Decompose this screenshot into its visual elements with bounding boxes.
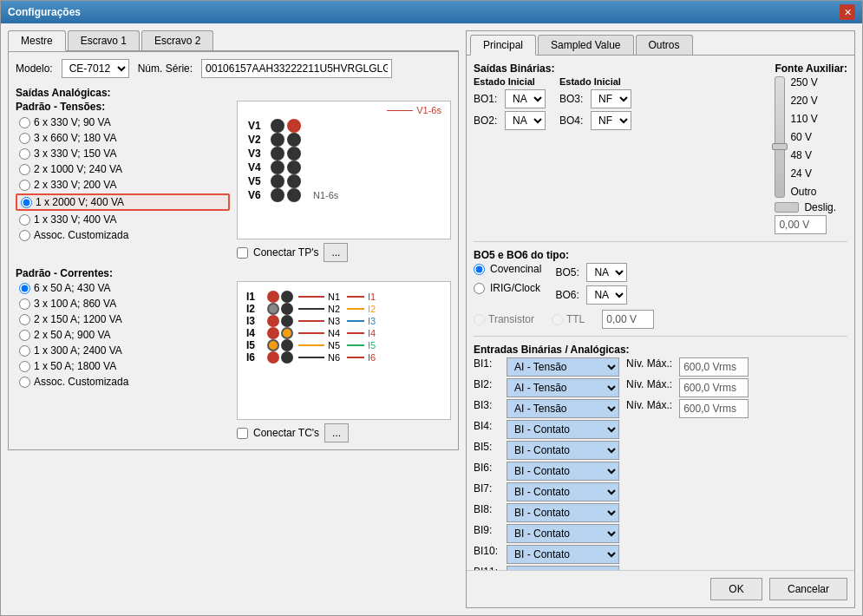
bi2-row: BI2: AI - Tensão BI - Contato Nív. Máx.: bbox=[474, 378, 847, 397]
modelo-select[interactable]: CE-7012 bbox=[62, 59, 129, 78]
corrente-radio-3[interactable] bbox=[19, 330, 30, 341]
left-section: Mestre Escravo 1 Escravo 2 Modelo: CE-70… bbox=[8, 30, 459, 608]
deslig-label: Deslig. bbox=[804, 201, 836, 213]
corrente-radio-0[interactable] bbox=[19, 283, 30, 294]
irig-radio[interactable] bbox=[474, 283, 485, 294]
i4-wire-i4 bbox=[347, 332, 364, 334]
tensao-radio-6[interactable] bbox=[19, 214, 30, 226]
tensao-radio-4[interactable] bbox=[19, 180, 30, 191]
connect-tc-btn[interactable]: ... bbox=[324, 423, 349, 442]
bo5-bo6-layout: Covencinal IRIG/Clock BO5: bbox=[474, 263, 847, 305]
corrente-radio-6[interactable] bbox=[19, 377, 30, 388]
correntes-section: Padrão - Correntes: 6 x 50 A; 430 VA bbox=[16, 267, 451, 442]
covencinal-option: Covencinal bbox=[474, 263, 541, 275]
v6-conn1 bbox=[271, 188, 284, 202]
bi3-select[interactable]: AI - Tensão BI - Contato bbox=[507, 399, 619, 418]
bo5-bo6-title: BO5 e BO6 do tipo: bbox=[474, 249, 847, 261]
tensao-label-7: Assoc. Customizada bbox=[34, 229, 128, 241]
corrente-label-2: 2 x 150 A; 1200 VA bbox=[34, 313, 122, 325]
bo1-select[interactable]: NA NF bbox=[505, 89, 546, 108]
entradas-title: Entradas Binárias / Analógicas: bbox=[474, 344, 847, 356]
v4-label: V4 bbox=[248, 161, 265, 174]
bo5-select[interactable]: NA NF bbox=[586, 263, 627, 282]
tab-escravo2[interactable]: Escravo 2 bbox=[141, 30, 213, 50]
corrente-radio-1[interactable] bbox=[19, 298, 30, 310]
tab-sampled-value[interactable]: Sampled Value bbox=[538, 35, 634, 55]
bi9-label: BI9: bbox=[474, 524, 500, 543]
bo3-select[interactable]: NA NF bbox=[591, 89, 631, 108]
i3-wire-i3 bbox=[347, 320, 364, 322]
i4-i-label: I4 bbox=[368, 328, 376, 338]
bi2-nivel-input[interactable] bbox=[679, 378, 749, 397]
bi1-nivel-input[interactable] bbox=[679, 357, 749, 377]
num-serie-input[interactable] bbox=[201, 59, 392, 78]
correntes-radio-group: 6 x 50 A; 430 VA 3 x 100 A; 860 VA 2 x 1… bbox=[16, 281, 230, 389]
i1-wire-n1 bbox=[298, 296, 324, 298]
bi1-select[interactable]: AI - Tensão BI - Contato bbox=[507, 357, 619, 377]
covencinal-radio[interactable] bbox=[474, 264, 485, 275]
transistor-item: Transistor bbox=[474, 313, 534, 325]
ttl-label: TTL bbox=[566, 313, 585, 325]
bi7-select[interactable]: BI - ContatoAI - Tensão bbox=[507, 482, 619, 501]
v3-label: V3 bbox=[248, 147, 265, 160]
model-row: Modelo: CE-7012 Núm. Série: bbox=[16, 59, 451, 78]
bi10-select[interactable]: BI - ContatoAI - Tensão bbox=[507, 545, 619, 564]
fonte-values-list: 250 V 220 V 110 V 60 V 48 V 24 V Outro bbox=[790, 76, 817, 198]
tensao-radio-3[interactable] bbox=[19, 164, 30, 175]
transistor-radio[interactable] bbox=[474, 314, 485, 325]
bo6-select[interactable]: NA NF bbox=[586, 285, 627, 305]
fonte-slider-thumb[interactable] bbox=[772, 143, 788, 150]
bo4-select[interactable]: NA NF bbox=[591, 111, 631, 130]
fonte-val-24: 24 V bbox=[790, 167, 817, 180]
connect-tc-checkbox[interactable] bbox=[237, 428, 248, 439]
v-rows-container: V1 V2 bbox=[243, 107, 445, 202]
corrente-label-3: 2 x 50 A; 900 VA bbox=[34, 329, 111, 341]
bi8-select[interactable]: BI - ContatoAI - Tensão bbox=[507, 503, 619, 522]
entradas-section: Entradas Binárias / Analógicas: BI1: AI … bbox=[474, 344, 847, 570]
tensao-radio-2[interactable] bbox=[19, 148, 30, 160]
tensao-radio-0[interactable] bbox=[19, 117, 30, 128]
saidas-analogicas-title: Saídas Analógicas: bbox=[16, 87, 451, 99]
bi5-row: BI5:BI - ContatoAI - Tensão bbox=[474, 441, 847, 460]
close-button[interactable]: ✕ bbox=[840, 4, 855, 20]
bo5bo6-voltage-input[interactable] bbox=[602, 310, 654, 329]
tab-mestre[interactable]: Mestre bbox=[8, 30, 66, 51]
i6-wire-i6 bbox=[347, 357, 364, 358]
tab-principal[interactable]: Principal bbox=[470, 35, 536, 56]
bi3-row: BI3: AI - Tensão BI - Contato Nív. Máx.: bbox=[474, 399, 847, 418]
saidas-binarias-section: Saídas Binárias: Estado Inicial BO1: NA … bbox=[474, 62, 766, 234]
bo2-select[interactable]: NA NF bbox=[505, 111, 546, 130]
fonte-voltage-input[interactable] bbox=[775, 215, 827, 234]
deslig-toggle[interactable] bbox=[775, 202, 799, 213]
corrente-radio-4[interactable] bbox=[19, 345, 30, 357]
i6-label: I6 bbox=[246, 351, 264, 364]
tensao-radio-1[interactable] bbox=[19, 133, 30, 144]
connect-tp-checkbox[interactable] bbox=[237, 247, 248, 259]
fonte-val-60: 60 V bbox=[790, 131, 817, 143]
tensao-radio-5[interactable] bbox=[21, 197, 32, 208]
ok-button[interactable]: OK bbox=[710, 578, 762, 600]
corrente-radio-2[interactable] bbox=[19, 314, 30, 325]
tensao-diagram-area: V1-6s V1 bbox=[237, 101, 451, 262]
tab-outros[interactable]: Outros bbox=[636, 35, 693, 55]
connect-tp-btn[interactable]: ... bbox=[324, 243, 348, 262]
bi9-select[interactable]: BI - ContatoAI - Tensão bbox=[507, 524, 619, 543]
correntes-column: 6 x 50 A; 430 VA 3 x 100 A; 860 VA 2 x 1… bbox=[16, 281, 230, 442]
cancel-button[interactable]: Cancelar bbox=[769, 578, 847, 600]
v1-6s-label: V1-6s bbox=[387, 105, 441, 115]
tensoes-column: Padrão - Tensões: 6 x 330 V; 90 VA 3 x 6… bbox=[16, 101, 230, 262]
bi3-nivel-input[interactable] bbox=[679, 399, 749, 418]
corrente-radio-5[interactable] bbox=[19, 361, 30, 372]
i1-conn2 bbox=[281, 291, 293, 303]
bi4-select[interactable]: BI - ContatoAI - Tensão bbox=[507, 420, 619, 439]
bi6-select[interactable]: BI - ContatoAI - Tensão bbox=[507, 462, 619, 481]
i5-i-label: I5 bbox=[368, 340, 376, 351]
fonte-val-250: 250 V bbox=[790, 76, 817, 88]
tab-escravo1[interactable]: Escravo 1 bbox=[68, 30, 140, 50]
v1-connectors bbox=[271, 119, 301, 133]
bi5-select[interactable]: BI - ContatoAI - Tensão bbox=[507, 441, 619, 460]
tensao-radio-7[interactable] bbox=[19, 230, 30, 241]
fonte-val-outro: Outro bbox=[790, 186, 817, 198]
bi2-select[interactable]: AI - Tensão BI - Contato bbox=[507, 378, 619, 397]
ttl-radio[interactable] bbox=[552, 314, 563, 325]
